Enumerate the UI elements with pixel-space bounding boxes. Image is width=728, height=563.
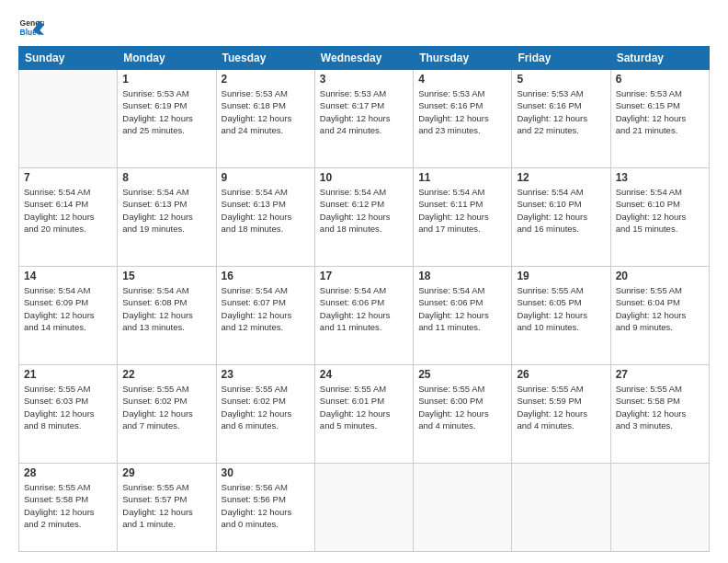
day-number: 25	[418, 368, 506, 381]
week-row-4: 21Sunrise: 5:55 AMSunset: 6:03 PMDayligh…	[19, 365, 710, 464]
cell-info: Sunrise: 5:54 AMSunset: 6:10 PMDaylight:…	[616, 186, 704, 235]
calendar-cell: 30Sunrise: 5:56 AMSunset: 5:56 PMDayligh…	[216, 464, 314, 552]
day-number: 7	[24, 171, 112, 184]
calendar-cell: 29Sunrise: 5:55 AMSunset: 5:57 PMDayligh…	[118, 464, 216, 552]
cell-info: Sunrise: 5:55 AMSunset: 6:02 PMDaylight:…	[122, 383, 210, 431]
calendar-table: SundayMondayTuesdayWednesdayThursdayFrid…	[18, 46, 710, 552]
day-number: 26	[517, 368, 605, 381]
calendar-cell: 8Sunrise: 5:54 AMSunset: 6:13 PMDaylight…	[118, 168, 216, 267]
day-number: 8	[122, 171, 210, 184]
day-header-tuesday: Tuesday	[216, 47, 314, 70]
cell-info: Sunrise: 5:54 AMSunset: 6:06 PMDaylight:…	[418, 284, 506, 333]
calendar-cell: 28Sunrise: 5:55 AMSunset: 5:58 PMDayligh…	[19, 464, 118, 552]
day-number: 9	[222, 171, 310, 184]
day-number: 10	[320, 171, 408, 184]
day-number: 22	[122, 368, 210, 381]
day-number: 19	[517, 270, 605, 282]
calendar-cell: 23Sunrise: 5:55 AMSunset: 6:02 PMDayligh…	[216, 365, 314, 464]
cell-info: Sunrise: 5:54 AMSunset: 6:12 PMDaylight:…	[320, 186, 408, 235]
calendar-cell: 7Sunrise: 5:54 AMSunset: 6:14 PMDaylight…	[19, 168, 118, 267]
calendar-cell: 17Sunrise: 5:54 AMSunset: 6:06 PMDayligh…	[314, 267, 413, 365]
day-number: 3	[320, 73, 408, 86]
calendar-cell: 27Sunrise: 5:55 AMSunset: 5:58 PMDayligh…	[610, 365, 709, 464]
cell-info: Sunrise: 5:53 AMSunset: 6:19 PMDaylight:…	[122, 87, 210, 136]
day-number: 20	[616, 270, 704, 282]
day-number: 17	[320, 270, 408, 282]
calendar-cell: 5Sunrise: 5:53 AMSunset: 6:16 PMDaylight…	[512, 70, 610, 168]
calendar-cell: 14Sunrise: 5:54 AMSunset: 6:09 PMDayligh…	[19, 267, 118, 365]
cell-info: Sunrise: 5:55 AMSunset: 6:00 PMDaylight:…	[418, 383, 506, 431]
calendar-cell: 25Sunrise: 5:55 AMSunset: 6:00 PMDayligh…	[414, 365, 512, 464]
cell-info: Sunrise: 5:53 AMSunset: 6:15 PMDaylight:…	[616, 87, 704, 136]
day-number: 21	[24, 368, 112, 381]
cell-info: Sunrise: 5:55 AMSunset: 6:05 PMDaylight:…	[517, 284, 605, 333]
cell-info: Sunrise: 5:53 AMSunset: 6:16 PMDaylight:…	[517, 87, 605, 136]
header-row: SundayMondayTuesdayWednesdayThursdayFrid…	[19, 47, 710, 70]
calendar-cell: 9Sunrise: 5:54 AMSunset: 6:13 PMDaylight…	[216, 168, 314, 267]
day-number: 12	[517, 171, 605, 184]
calendar-cell	[414, 464, 512, 552]
calendar-cell: 10Sunrise: 5:54 AMSunset: 6:12 PMDayligh…	[314, 168, 413, 267]
cell-info: Sunrise: 5:54 AMSunset: 6:07 PMDaylight:…	[222, 284, 310, 333]
logo-icon: General Blue	[18, 15, 44, 40]
day-number: 27	[616, 368, 704, 381]
day-header-sunday: Sunday	[19, 47, 118, 70]
calendar-cell: 13Sunrise: 5:54 AMSunset: 6:10 PMDayligh…	[610, 168, 709, 267]
calendar-cell	[512, 464, 610, 552]
cell-info: Sunrise: 5:55 AMSunset: 5:58 PMDaylight:…	[616, 383, 704, 431]
cell-info: Sunrise: 5:53 AMSunset: 6:16 PMDaylight:…	[418, 87, 506, 136]
calendar-cell	[314, 464, 413, 552]
calendar-cell: 26Sunrise: 5:55 AMSunset: 5:59 PMDayligh…	[512, 365, 610, 464]
calendar-cell: 1Sunrise: 5:53 AMSunset: 6:19 PMDaylight…	[118, 70, 216, 168]
header: General Blue	[18, 15, 710, 40]
day-number: 14	[24, 270, 112, 282]
day-number: 6	[616, 73, 704, 86]
cell-info: Sunrise: 5:55 AMSunset: 5:59 PMDaylight:…	[517, 383, 605, 431]
cell-info: Sunrise: 5:55 AMSunset: 5:58 PMDaylight:…	[24, 481, 112, 530]
cell-info: Sunrise: 5:55 AMSunset: 6:03 PMDaylight:…	[24, 383, 112, 431]
day-number: 5	[517, 73, 605, 86]
cell-info: Sunrise: 5:54 AMSunset: 6:13 PMDaylight:…	[222, 186, 310, 235]
cell-info: Sunrise: 5:55 AMSunset: 6:02 PMDaylight:…	[222, 383, 310, 431]
week-row-3: 14Sunrise: 5:54 AMSunset: 6:09 PMDayligh…	[19, 267, 710, 365]
calendar-cell: 19Sunrise: 5:55 AMSunset: 6:05 PMDayligh…	[512, 267, 610, 365]
logo: General Blue	[18, 15, 48, 40]
day-number: 15	[122, 270, 210, 282]
cell-info: Sunrise: 5:54 AMSunset: 6:14 PMDaylight:…	[24, 186, 112, 235]
calendar-cell: 16Sunrise: 5:54 AMSunset: 6:07 PMDayligh…	[216, 267, 314, 365]
calendar-cell: 4Sunrise: 5:53 AMSunset: 6:16 PMDaylight…	[414, 70, 512, 168]
day-header-friday: Friday	[512, 47, 610, 70]
day-header-wednesday: Wednesday	[314, 47, 413, 70]
day-header-thursday: Thursday	[414, 47, 512, 70]
cell-info: Sunrise: 5:54 AMSunset: 6:09 PMDaylight:…	[24, 284, 112, 333]
calendar-cell: 20Sunrise: 5:55 AMSunset: 6:04 PMDayligh…	[610, 267, 709, 365]
day-header-saturday: Saturday	[610, 47, 709, 70]
calendar-cell: 22Sunrise: 5:55 AMSunset: 6:02 PMDayligh…	[118, 365, 216, 464]
cell-info: Sunrise: 5:54 AMSunset: 6:10 PMDaylight:…	[517, 186, 605, 235]
day-header-monday: Monday	[118, 47, 216, 70]
calendar-cell	[19, 70, 118, 168]
day-number: 13	[616, 171, 704, 184]
day-number: 16	[222, 270, 310, 282]
cell-info: Sunrise: 5:56 AMSunset: 5:56 PMDaylight:…	[222, 481, 310, 530]
cell-info: Sunrise: 5:55 AMSunset: 6:01 PMDaylight:…	[320, 383, 408, 431]
day-number: 28	[24, 466, 112, 479]
cell-info: Sunrise: 5:54 AMSunset: 6:06 PMDaylight:…	[320, 284, 408, 333]
calendar-cell: 24Sunrise: 5:55 AMSunset: 6:01 PMDayligh…	[314, 365, 413, 464]
cell-info: Sunrise: 5:54 AMSunset: 6:08 PMDaylight:…	[122, 284, 210, 333]
day-number: 18	[418, 270, 506, 282]
page: General Blue SundayMondayTuesdayWednesda…	[0, 0, 728, 563]
calendar-cell: 18Sunrise: 5:54 AMSunset: 6:06 PMDayligh…	[414, 267, 512, 365]
day-number: 2	[222, 73, 310, 86]
calendar-cell: 12Sunrise: 5:54 AMSunset: 6:10 PMDayligh…	[512, 168, 610, 267]
day-number: 30	[222, 466, 310, 479]
day-number: 11	[418, 171, 506, 184]
cell-info: Sunrise: 5:54 AMSunset: 6:13 PMDaylight:…	[122, 186, 210, 235]
cell-info: Sunrise: 5:54 AMSunset: 6:11 PMDaylight:…	[418, 186, 506, 235]
cell-info: Sunrise: 5:55 AMSunset: 6:04 PMDaylight:…	[616, 284, 704, 333]
calendar-cell	[610, 464, 709, 552]
calendar-cell: 3Sunrise: 5:53 AMSunset: 6:17 PMDaylight…	[314, 70, 413, 168]
day-number: 24	[320, 368, 408, 381]
calendar-cell: 6Sunrise: 5:53 AMSunset: 6:15 PMDaylight…	[610, 70, 709, 168]
calendar-cell: 21Sunrise: 5:55 AMSunset: 6:03 PMDayligh…	[19, 365, 118, 464]
